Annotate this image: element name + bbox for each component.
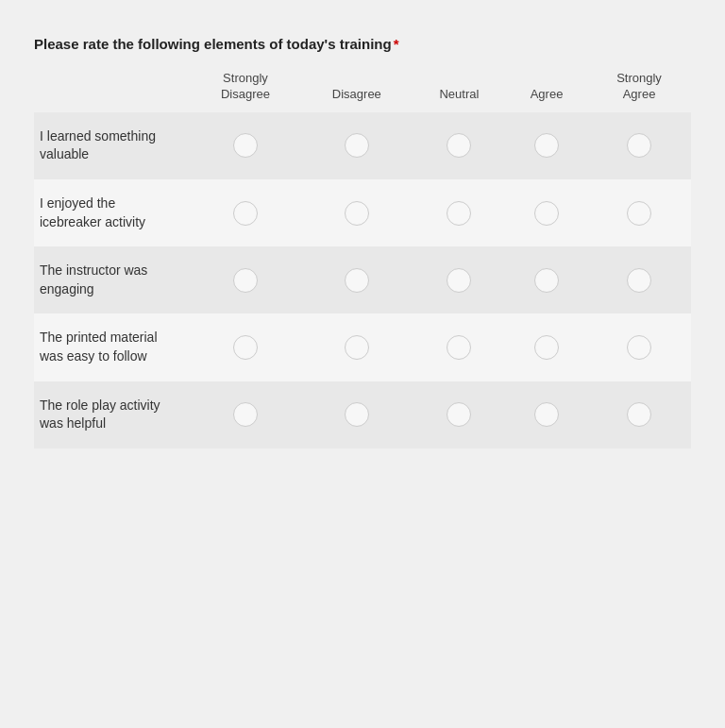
radio-3-strongly-disagree[interactable] [233, 268, 258, 293]
radio-3-strongly-agree[interactable] [627, 268, 651, 293]
radio-4-strongly-agree[interactable] [627, 335, 651, 360]
radio-1-strongly-agree[interactable] [627, 133, 651, 158]
radio-cell-4-strongly-disagree[interactable] [190, 313, 301, 381]
radio-cell-5-neutral[interactable] [413, 381, 506, 449]
survey-title: Please rate the following elements of to… [34, 36, 691, 52]
radio-cell-2-disagree[interactable] [301, 179, 413, 246]
required-marker: * [394, 36, 399, 52]
survey-container: Please rate the following elements of to… [19, 19, 706, 466]
table-header-row: StronglyDisagree Disagree Neutral Agree … [34, 67, 691, 112]
radio-cell-1-strongly-disagree[interactable] [190, 112, 301, 179]
radio-5-neutral[interactable] [447, 402, 471, 427]
radio-3-neutral[interactable] [447, 268, 471, 293]
radio-1-neutral[interactable] [447, 133, 471, 158]
row-label-1: I learned something valuable [34, 112, 190, 179]
row-label-2: I enjoyed the icebreaker activity [34, 179, 190, 246]
table-row: I enjoyed the icebreaker activity [34, 179, 691, 246]
radio-cell-5-strongly-agree[interactable] [587, 381, 691, 449]
radio-cell-4-disagree[interactable] [301, 313, 413, 381]
radio-cell-1-strongly-agree[interactable] [587, 112, 691, 179]
col-header-neutral: Neutral [413, 67, 506, 112]
radio-1-strongly-disagree[interactable] [233, 133, 258, 158]
table-row: The role play activity was helpful [34, 381, 691, 449]
table-row: I learned something valuable [34, 112, 691, 179]
radio-cell-3-strongly-disagree[interactable] [190, 246, 301, 313]
radio-cell-4-neutral[interactable] [413, 313, 506, 381]
radio-5-strongly-agree[interactable] [627, 402, 651, 427]
row-label-5: The role play activity was helpful [34, 381, 190, 449]
table-row: The printed material was easy to follow [34, 313, 691, 381]
radio-cell-2-neutral[interactable] [413, 179, 506, 246]
radio-cell-3-disagree[interactable] [301, 246, 413, 313]
radio-cell-2-strongly-agree[interactable] [587, 179, 691, 246]
radio-2-disagree[interactable] [345, 201, 369, 226]
radio-cell-5-disagree[interactable] [301, 381, 413, 449]
col-header-strongly-agree: StronglyAgree [587, 67, 691, 112]
radio-cell-4-strongly-agree[interactable] [587, 313, 691, 381]
radio-cell-2-strongly-disagree[interactable] [190, 179, 301, 246]
table-row: The instructor was engaging [34, 246, 691, 313]
radio-4-neutral[interactable] [447, 335, 471, 360]
radio-cell-3-neutral[interactable] [413, 246, 506, 313]
radio-2-neutral[interactable] [447, 201, 471, 226]
radio-4-strongly-disagree[interactable] [233, 335, 258, 360]
col-header-disagree: Disagree [301, 67, 413, 112]
radio-5-disagree[interactable] [345, 402, 369, 427]
col-header-agree: Agree [506, 67, 587, 112]
radio-1-agree[interactable] [534, 133, 559, 158]
radio-4-agree[interactable] [534, 335, 559, 360]
radio-cell-1-disagree[interactable] [301, 112, 413, 179]
radio-cell-1-agree[interactable] [506, 112, 587, 179]
radio-3-agree[interactable] [534, 268, 559, 293]
row-label-3: The instructor was engaging [34, 246, 190, 313]
radio-3-disagree[interactable] [345, 268, 369, 293]
radio-cell-4-agree[interactable] [506, 313, 587, 381]
radio-cell-3-strongly-agree[interactable] [587, 246, 691, 313]
radio-cell-2-agree[interactable] [506, 179, 587, 246]
empty-header [34, 67, 190, 112]
radio-5-strongly-disagree[interactable] [233, 402, 258, 427]
radio-4-disagree[interactable] [345, 335, 369, 360]
rating-table: StronglyDisagree Disagree Neutral Agree … [34, 67, 691, 449]
radio-2-strongly-agree[interactable] [627, 201, 651, 226]
survey-title-text: Please rate the following elements of to… [34, 36, 392, 52]
radio-2-strongly-disagree[interactable] [233, 201, 258, 226]
radio-cell-5-strongly-disagree[interactable] [190, 381, 301, 449]
col-header-strongly-disagree: StronglyDisagree [190, 67, 301, 112]
radio-cell-1-neutral[interactable] [413, 112, 506, 179]
radio-cell-3-agree[interactable] [506, 246, 587, 313]
row-label-4: The printed material was easy to follow [34, 313, 190, 381]
radio-2-agree[interactable] [534, 201, 559, 226]
radio-cell-5-agree[interactable] [506, 381, 587, 449]
radio-5-agree[interactable] [534, 402, 559, 427]
radio-1-disagree[interactable] [345, 133, 369, 158]
